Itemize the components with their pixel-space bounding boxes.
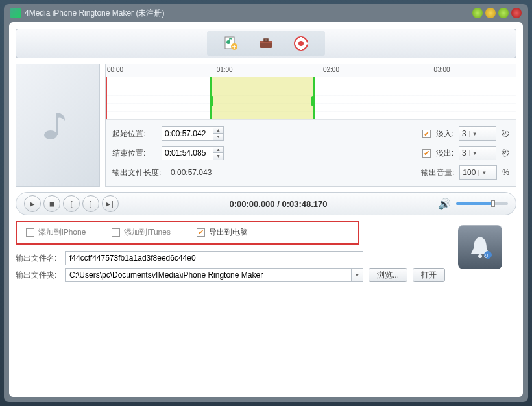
unit-label: 秒	[502, 148, 509, 159]
app-logo-icon	[10, 8, 21, 18]
svg-rect-5	[264, 39, 268, 41]
end-spinner[interactable]: ▲▼	[162, 146, 224, 160]
volume-thumb[interactable]	[491, 200, 495, 207]
time-display: 0:00:00.000 / 0:03:48.170	[121, 199, 435, 209]
fadeout-combo[interactable]: 3▼	[459, 146, 496, 160]
volume-slider[interactable]	[456, 202, 508, 205]
output-name-input[interactable]	[65, 251, 363, 265]
fadeout-label: 淡出:	[436, 148, 453, 159]
selection-handle-right[interactable]	[311, 96, 315, 106]
fadein-combo[interactable]: 3▼	[459, 126, 496, 141]
start-label: 起始位置:	[112, 128, 158, 139]
help-button[interactable]	[472, 8, 483, 18]
toolbar	[16, 29, 516, 58]
svg-point-10	[478, 254, 482, 258]
volume-combo[interactable]: 100▼	[459, 165, 497, 180]
minimize-button[interactable]	[485, 8, 496, 18]
timeline-panel: 00:00 01:00 02:00 03:00 起始位置: ▲▼	[105, 64, 516, 187]
end-input[interactable]	[162, 149, 213, 158]
unit-label: %	[502, 168, 509, 177]
titlebar: 4Media iPhone Ringtone Maker (未注册)	[4, 4, 528, 22]
mark-out-button[interactable]: ]	[82, 195, 99, 212]
time-ruler: 00:00 01:00 02:00 03:00	[106, 64, 516, 77]
ruler-tick: 00:00	[107, 66, 123, 73]
window-title: 4Media iPhone Ringtone Maker (未注册)	[25, 8, 472, 19]
svg-rect-9	[56, 113, 58, 135]
speaker-icon[interactable]: 🔊	[438, 198, 451, 210]
ruler-tick: 02:00	[323, 66, 339, 73]
export-itunes-checkbox[interactable]: 添加到iTunes	[112, 227, 171, 238]
ruler-tick: 01:00	[217, 66, 233, 73]
output-folder-input[interactable]	[65, 268, 352, 282]
length-label: 输出文件长度:	[112, 167, 167, 178]
export-options: 添加到iPhone 添加到iTunes ✔导出到电脑	[16, 221, 359, 245]
start-input[interactable]	[162, 129, 213, 138]
help-icon[interactable]	[293, 35, 309, 52]
waveform-area[interactable]	[106, 77, 516, 119]
maximize-button[interactable]	[498, 8, 509, 18]
fadeout-checkbox[interactable]: ✔	[422, 149, 431, 158]
unit-label: 秒	[502, 128, 509, 139]
end-label: 结束位置:	[112, 148, 158, 159]
fadein-label: 淡入:	[436, 128, 453, 139]
preview-selection-button[interactable]: ▶|	[102, 195, 119, 212]
play-button[interactable]: ▶	[24, 195, 41, 212]
spin-down[interactable]: ▼	[213, 153, 223, 160]
mark-in-button[interactable]: [	[63, 195, 80, 212]
length-value: 0:00:57.043	[171, 168, 212, 177]
output-name-label: 输出文件名:	[16, 253, 60, 264]
export-pc-checkbox[interactable]: ✔导出到电脑	[197, 227, 248, 238]
spin-up[interactable]: ▲	[213, 147, 223, 153]
bell-icon	[465, 232, 496, 263]
playhead[interactable]	[106, 77, 107, 119]
chevron-down-icon: ▼	[469, 150, 478, 156]
fadein-checkbox[interactable]: ✔	[422, 130, 431, 138]
transport-bar: ▶ ■ [ ] ▶| 0:00:00.000 / 0:03:48.170 🔊	[16, 192, 516, 215]
output-folder-label: 输出文件夹:	[16, 270, 60, 281]
browse-button[interactable]: 浏览...	[369, 268, 407, 282]
music-note-icon	[38, 105, 78, 145]
chevron-down-icon: ▼	[355, 272, 360, 278]
folder-dropdown[interactable]: ▼	[352, 268, 363, 282]
volume-label: 输出音量:	[421, 167, 454, 178]
spin-up[interactable]: ▲	[213, 127, 223, 134]
spin-down[interactable]: ▼	[213, 134, 223, 140]
chevron-down-icon: ▼	[469, 131, 478, 137]
close-button[interactable]	[511, 8, 522, 18]
export-iphone-checkbox[interactable]: 添加到iPhone	[26, 227, 86, 238]
svg-point-7	[298, 41, 304, 46]
open-button[interactable]: 打开	[413, 268, 445, 282]
create-ringtone-button[interactable]	[458, 225, 502, 269]
stop-button[interactable]: ■	[43, 195, 60, 212]
toolbox-icon[interactable]	[258, 35, 274, 52]
selection-handle-left[interactable]	[210, 96, 213, 106]
add-file-icon[interactable]	[223, 35, 239, 52]
svg-point-8	[44, 130, 57, 139]
start-spinner[interactable]: ▲▼	[162, 126, 224, 141]
chevron-down-icon: ▼	[478, 170, 487, 176]
ruler-tick: 03:00	[434, 66, 450, 73]
preview-pane	[16, 64, 100, 187]
selection-range[interactable]	[210, 77, 315, 119]
